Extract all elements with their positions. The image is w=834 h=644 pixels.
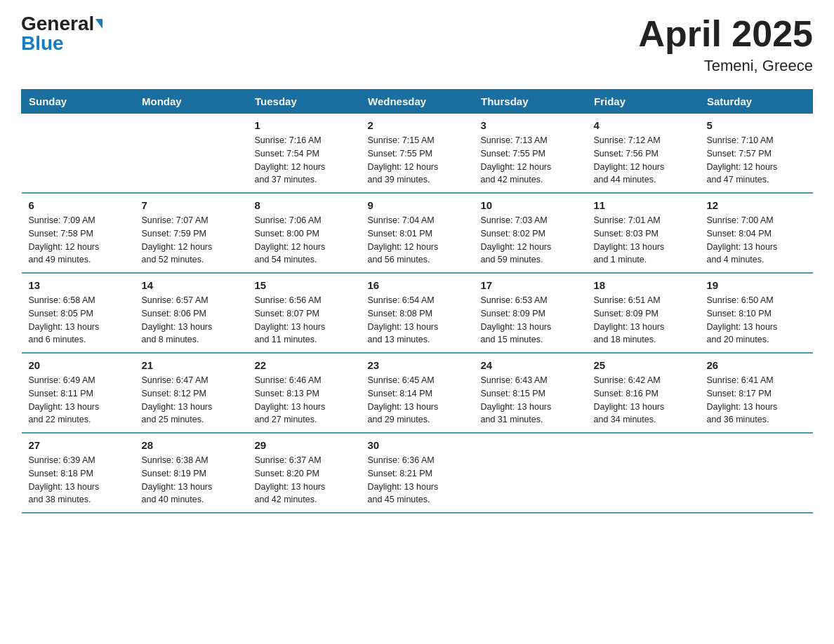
day-number: 14 (142, 279, 241, 291)
calendar-cell: 17Sunrise: 6:53 AM Sunset: 8:09 PM Dayli… (474, 273, 587, 353)
day-number: 17 (481, 279, 580, 291)
calendar-cell: 14Sunrise: 6:57 AM Sunset: 8:06 PM Dayli… (135, 273, 248, 353)
calendar-cell: 11Sunrise: 7:01 AM Sunset: 8:03 PM Dayli… (587, 193, 700, 273)
day-info: Sunrise: 6:38 AM Sunset: 8:19 PM Dayligh… (142, 454, 241, 507)
day-info: Sunrise: 6:51 AM Sunset: 8:09 PM Dayligh… (594, 294, 693, 347)
day-number: 1 (255, 119, 354, 131)
page-header: General Blue April 2025 Temeni, Greece (21, 14, 813, 75)
calendar-week-4: 20Sunrise: 6:49 AM Sunset: 8:11 PM Dayli… (22, 353, 813, 433)
day-number: 11 (594, 199, 693, 211)
calendar-week-5: 27Sunrise: 6:39 AM Sunset: 8:18 PM Dayli… (22, 433, 813, 513)
logo-triangle-icon (95, 19, 102, 29)
calendar-cell: 15Sunrise: 6:56 AM Sunset: 8:07 PM Dayli… (248, 273, 361, 353)
weekday-header-friday: Friday (587, 90, 700, 114)
calendar-cell: 29Sunrise: 6:37 AM Sunset: 8:20 PM Dayli… (248, 433, 361, 513)
day-number: 7 (142, 199, 241, 211)
calendar-cell: 6Sunrise: 7:09 AM Sunset: 7:58 PM Daylig… (22, 193, 135, 273)
day-number: 20 (29, 359, 128, 371)
day-number: 8 (255, 199, 354, 211)
calendar-week-3: 13Sunrise: 6:58 AM Sunset: 8:05 PM Dayli… (22, 273, 813, 353)
day-number: 25 (594, 359, 693, 371)
day-number: 9 (368, 199, 467, 211)
day-number: 23 (368, 359, 467, 371)
calendar-cell: 18Sunrise: 6:51 AM Sunset: 8:09 PM Dayli… (587, 273, 700, 353)
day-number: 22 (255, 359, 354, 371)
day-info: Sunrise: 7:10 AM Sunset: 7:57 PM Dayligh… (707, 134, 806, 187)
calendar-cell: 22Sunrise: 6:46 AM Sunset: 8:13 PM Dayli… (248, 353, 361, 433)
day-info: Sunrise: 7:16 AM Sunset: 7:54 PM Dayligh… (255, 134, 354, 187)
day-info: Sunrise: 6:57 AM Sunset: 8:06 PM Dayligh… (142, 294, 241, 347)
day-info: Sunrise: 7:06 AM Sunset: 8:00 PM Dayligh… (255, 214, 354, 267)
day-info: Sunrise: 6:47 AM Sunset: 8:12 PM Dayligh… (142, 374, 241, 427)
calendar-cell: 19Sunrise: 6:50 AM Sunset: 8:10 PM Dayli… (700, 273, 813, 353)
day-info: Sunrise: 6:50 AM Sunset: 8:10 PM Dayligh… (707, 294, 806, 347)
weekday-header-monday: Monday (135, 90, 248, 114)
calendar-cell: 23Sunrise: 6:45 AM Sunset: 8:14 PM Dayli… (361, 353, 474, 433)
calendar-cell (700, 433, 813, 513)
day-number: 18 (594, 279, 693, 291)
calendar-table: SundayMondayTuesdayWednesdayThursdayFrid… (21, 89, 813, 514)
calendar-week-2: 6Sunrise: 7:09 AM Sunset: 7:58 PM Daylig… (22, 193, 813, 273)
calendar-cell: 3Sunrise: 7:13 AM Sunset: 7:55 PM Daylig… (474, 114, 587, 194)
day-info: Sunrise: 6:58 AM Sunset: 8:05 PM Dayligh… (29, 294, 128, 347)
calendar-cell: 24Sunrise: 6:43 AM Sunset: 8:15 PM Dayli… (474, 353, 587, 433)
calendar-cell: 20Sunrise: 6:49 AM Sunset: 8:11 PM Dayli… (22, 353, 135, 433)
day-number: 2 (368, 119, 467, 131)
day-info: Sunrise: 7:15 AM Sunset: 7:55 PM Dayligh… (368, 134, 467, 187)
day-number: 5 (707, 119, 806, 131)
day-info: Sunrise: 6:46 AM Sunset: 8:13 PM Dayligh… (255, 374, 354, 427)
day-number: 19 (707, 279, 806, 291)
calendar-cell: 28Sunrise: 6:38 AM Sunset: 8:19 PM Dayli… (135, 433, 248, 513)
weekday-header-wednesday: Wednesday (361, 90, 474, 114)
calendar-cell (135, 114, 248, 194)
day-info: Sunrise: 7:04 AM Sunset: 8:01 PM Dayligh… (368, 214, 467, 267)
calendar-cell (22, 114, 135, 194)
day-number: 28 (142, 439, 241, 451)
day-number: 10 (481, 199, 580, 211)
calendar-cell: 2Sunrise: 7:15 AM Sunset: 7:55 PM Daylig… (361, 114, 474, 194)
day-info: Sunrise: 7:00 AM Sunset: 8:04 PM Dayligh… (707, 214, 806, 267)
calendar-cell: 21Sunrise: 6:47 AM Sunset: 8:12 PM Dayli… (135, 353, 248, 433)
calendar-cell: 7Sunrise: 7:07 AM Sunset: 7:59 PM Daylig… (135, 193, 248, 273)
calendar-cell: 26Sunrise: 6:41 AM Sunset: 8:17 PM Dayli… (700, 353, 813, 433)
day-info: Sunrise: 6:49 AM Sunset: 8:11 PM Dayligh… (29, 374, 128, 427)
calendar-cell: 30Sunrise: 6:36 AM Sunset: 8:21 PM Dayli… (361, 433, 474, 513)
calendar-cell: 16Sunrise: 6:54 AM Sunset: 8:08 PM Dayli… (361, 273, 474, 353)
day-info: Sunrise: 6:39 AM Sunset: 8:18 PM Dayligh… (29, 454, 128, 507)
logo-blue: Blue (21, 34, 64, 53)
weekday-header-tuesday: Tuesday (248, 90, 361, 114)
calendar-cell: 10Sunrise: 7:03 AM Sunset: 8:02 PM Dayli… (474, 193, 587, 273)
day-info: Sunrise: 6:36 AM Sunset: 8:21 PM Dayligh… (368, 454, 467, 507)
weekday-header-saturday: Saturday (700, 90, 813, 114)
day-info: Sunrise: 6:45 AM Sunset: 8:14 PM Dayligh… (368, 374, 467, 427)
day-number: 16 (368, 279, 467, 291)
day-info: Sunrise: 7:03 AM Sunset: 8:02 PM Dayligh… (481, 214, 580, 267)
day-number: 13 (29, 279, 128, 291)
day-number: 29 (255, 439, 354, 451)
calendar-cell: 5Sunrise: 7:10 AM Sunset: 7:57 PM Daylig… (700, 114, 813, 194)
day-number: 6 (29, 199, 128, 211)
day-number: 24 (481, 359, 580, 371)
day-info: Sunrise: 6:54 AM Sunset: 8:08 PM Dayligh… (368, 294, 467, 347)
day-info: Sunrise: 7:07 AM Sunset: 7:59 PM Dayligh… (142, 214, 241, 267)
calendar-cell: 1Sunrise: 7:16 AM Sunset: 7:54 PM Daylig… (248, 114, 361, 194)
page-title: April 2025 (638, 14, 813, 54)
calendar-cell: 13Sunrise: 6:58 AM Sunset: 8:05 PM Dayli… (22, 273, 135, 353)
day-info: Sunrise: 6:43 AM Sunset: 8:15 PM Dayligh… (481, 374, 580, 427)
day-info: Sunrise: 6:37 AM Sunset: 8:20 PM Dayligh… (255, 454, 354, 507)
calendar-cell (587, 433, 700, 513)
logo-general: General (21, 14, 94, 34)
logo: General Blue (21, 14, 102, 53)
day-info: Sunrise: 7:12 AM Sunset: 7:56 PM Dayligh… (594, 134, 693, 187)
day-number: 15 (255, 279, 354, 291)
day-info: Sunrise: 6:41 AM Sunset: 8:17 PM Dayligh… (707, 374, 806, 427)
day-info: Sunrise: 7:01 AM Sunset: 8:03 PM Dayligh… (594, 214, 693, 267)
title-block: April 2025 Temeni, Greece (638, 14, 813, 75)
weekday-header-thursday: Thursday (474, 90, 587, 114)
calendar-cell: 27Sunrise: 6:39 AM Sunset: 8:18 PM Dayli… (22, 433, 135, 513)
day-number: 26 (707, 359, 806, 371)
weekday-header-sunday: Sunday (22, 90, 135, 114)
day-number: 4 (594, 119, 693, 131)
calendar-cell: 8Sunrise: 7:06 AM Sunset: 8:00 PM Daylig… (248, 193, 361, 273)
day-info: Sunrise: 6:53 AM Sunset: 8:09 PM Dayligh… (481, 294, 580, 347)
